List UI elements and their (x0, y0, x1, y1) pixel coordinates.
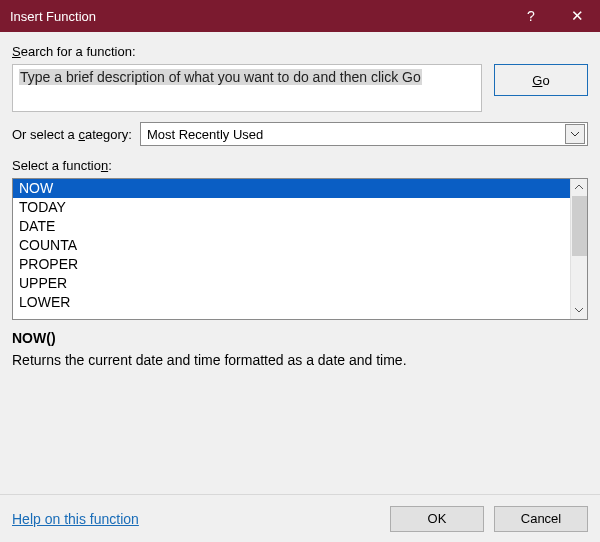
scroll-down-icon[interactable] (571, 302, 587, 319)
function-item-date[interactable]: DATE (13, 217, 570, 236)
ok-button[interactable]: OK (390, 506, 484, 532)
function-syntax: NOW() (12, 330, 588, 346)
function-item-lower[interactable]: LOWER (13, 293, 570, 312)
cancel-button[interactable]: Cancel (494, 506, 588, 532)
scrollbar-track[interactable] (571, 196, 587, 302)
select-function-label: Select a function: (12, 158, 588, 173)
search-row: Type a brief description of what you wan… (12, 64, 588, 112)
function-item-proper[interactable]: PROPER (13, 255, 570, 274)
function-item-upper[interactable]: UPPER (13, 274, 570, 293)
footer-buttons: OK Cancel (390, 506, 588, 532)
function-item-counta[interactable]: COUNTA (13, 236, 570, 255)
function-item-now[interactable]: NOW (13, 179, 570, 198)
category-label: Or select a category: (12, 127, 132, 142)
window-title: Insert Function (10, 9, 96, 24)
dialog-content: Search for a function: Type a brief desc… (0, 32, 600, 494)
function-list-inner[interactable]: NOW TODAY DATE COUNTA PROPER UPPER LOWER (13, 179, 570, 319)
search-label: Search for a function: (12, 44, 588, 59)
titlebar-controls: ? ✕ (508, 0, 600, 32)
titlebar: Insert Function ? ✕ (0, 0, 600, 32)
chevron-down-icon[interactable] (565, 124, 585, 144)
category-value: Most Recently Used (147, 127, 263, 142)
scroll-up-icon[interactable] (571, 179, 587, 196)
close-button[interactable]: ✕ (554, 0, 600, 32)
help-button[interactable]: ? (508, 0, 554, 32)
help-link[interactable]: Help on this function (12, 511, 139, 527)
go-button[interactable]: Go (494, 64, 588, 96)
search-input[interactable]: Type a brief description of what you wan… (12, 64, 482, 112)
scrollbar[interactable] (570, 179, 587, 319)
function-description: Returns the current date and time format… (12, 352, 588, 368)
function-list: NOW TODAY DATE COUNTA PROPER UPPER LOWER (12, 178, 588, 320)
scrollbar-thumb[interactable] (572, 196, 587, 256)
search-input-value: Type a brief description of what you wan… (19, 69, 422, 85)
dialog-footer: Help on this function OK Cancel (0, 494, 600, 542)
category-row: Or select a category: Most Recently Used (12, 122, 588, 146)
function-item-today[interactable]: TODAY (13, 198, 570, 217)
category-select[interactable]: Most Recently Used (140, 122, 588, 146)
